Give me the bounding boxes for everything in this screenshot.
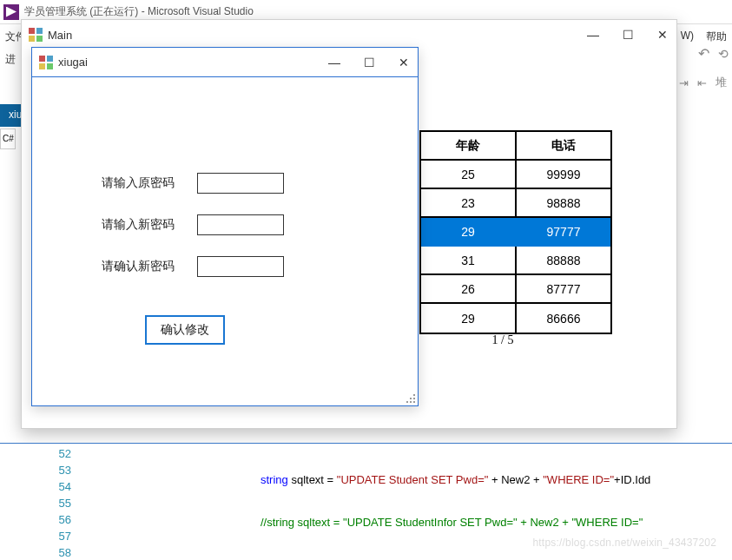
confirm-button[interactable]: 确认修改 (145, 315, 225, 345)
toolbar-right-icons: ↶ ⟲ (698, 45, 729, 62)
app-icon (29, 28, 43, 42)
undo-icon[interactable]: ↶ (698, 45, 709, 62)
new-password-input[interactable] (197, 214, 284, 235)
vs-title: 学员管理系统 (正在运行) - Microsoft Visual Studio (24, 4, 254, 19)
grid-row[interactable]: 26 87777 (421, 275, 610, 304)
grid-row[interactable]: 25 99999 (421, 161, 610, 189)
vs-logo-icon (3, 4, 19, 20)
col-age: 年龄 (421, 132, 517, 159)
xiugai-titlebar[interactable]: xiugai — ☐ ✕ (32, 48, 418, 77)
line-gutter: 52 53 54 55 56 57 58 (0, 444, 87, 560)
stack-label: 堆 (716, 75, 727, 90)
grid-row[interactable]: 23 98888 (421, 189, 610, 218)
col-phone: 电话 (517, 132, 610, 159)
side-toggle[interactable]: C# (0, 128, 16, 149)
label-new-password: 请输入新密码 (102, 217, 197, 233)
old-password-input[interactable] (197, 173, 284, 194)
indent-icon[interactable]: ⇥ (679, 76, 689, 89)
xiugai-title: xiugai (58, 56, 88, 69)
menu-help[interactable]: 帮助 (706, 30, 727, 44)
grid-row[interactable]: 31 88888 (421, 247, 610, 275)
minimize-icon[interactable]: — (326, 56, 343, 69)
menu-edit[interactable]: 进 (5, 52, 16, 68)
label-old-password: 请输入原密码 (102, 175, 197, 191)
minimize-icon[interactable]: — (584, 28, 602, 42)
grid-row[interactable]: 29 86666 (421, 304, 610, 333)
grid-header: 年龄 电话 (421, 132, 610, 161)
main-titlebar[interactable]: Main — ☐ ✕ (22, 20, 676, 49)
confirm-password-input[interactable] (197, 256, 284, 277)
watermark: https://blog.csdn.net/weixin_43437202 (532, 537, 716, 549)
close-icon[interactable]: ✕ (654, 28, 671, 42)
csharp-icon: C# (1, 134, 14, 143)
outdent-icon[interactable]: ⇤ (697, 76, 707, 89)
menu-window[interactable]: W) (681, 30, 694, 44)
maximize-icon[interactable]: ☐ (360, 56, 378, 69)
close-icon[interactable]: ✕ (395, 56, 412, 69)
grid-row-selected[interactable]: 29 97777 (421, 218, 610, 247)
resize-grip-icon[interactable] (403, 391, 415, 403)
redo-icon[interactable]: ⟲ (718, 47, 729, 61)
label-confirm-password: 请确认新密码 (102, 259, 197, 274)
pager-text: 1 / 5 (419, 333, 612, 347)
maximize-icon[interactable]: ☐ (619, 28, 636, 42)
main-title: Main (48, 29, 72, 42)
data-grid[interactable]: 年龄 电话 25 99999 23 98888 29 97777 31 8888… (419, 130, 612, 334)
app-icon (39, 56, 53, 69)
xiugai-window: xiugai — ☐ ✕ 请输入原密码 请输入新密码 请确认新密码 确认修改 (31, 47, 419, 406)
